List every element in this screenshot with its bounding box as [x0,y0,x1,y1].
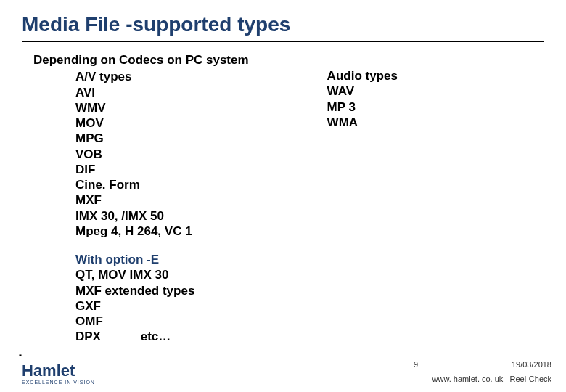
list-item: MPG [75,131,249,146]
list-item: MP 3 [327,99,398,115]
list-item: WMV [75,100,249,115]
footer-site: www. hamlet. co. uk [432,375,504,383]
bullet-mark-icon: - [19,350,22,360]
list-item: Cine. Form [75,177,249,192]
logo-tagline: EXCELLENCE IN VISION [22,380,95,385]
audio-types-heading: Audio types [327,68,398,83]
left-column: Depending on Codecs on PC system A/V typ… [22,52,249,358]
av-types-heading: A/V types [75,69,249,84]
slide-title: Media File -supported types [22,13,544,36]
list-item: QT, MOV IMX 30 [75,267,249,282]
slide-body: Depending on Codecs on PC system A/V typ… [22,52,544,358]
list-item: WAV [327,83,398,99]
footer-divider [327,354,551,354]
list-item: MXF extended types [75,283,249,298]
list-item: MXF [75,192,249,208]
list-item: WMA [327,115,398,130]
etc-label: etc… [141,329,171,344]
list-item: Mpeg 4, H 264, VC 1 [75,224,249,239]
list-item: DIF [75,162,249,177]
option-e-heading: With option -E [75,252,249,267]
av-types-group: A/V types AVI WMV MOV MPG VOB DIF Cine. … [33,69,249,239]
footer-credits: www. hamlet. co. uk Reel-Check [432,375,551,383]
footer-product: Reel-Check [510,375,551,383]
list-item: AVI [75,85,249,100]
slide-number: 9 [327,360,418,369]
list-item-dpx: DPX etc… [75,329,249,344]
list-item: MOV [75,115,249,131]
list-item: VOB [75,147,249,162]
logo-brand: Hamlet [22,364,75,378]
intro-text: Depending on Codecs on PC system [33,52,249,68]
slide: Media File -supported types Depending on… [0,0,566,392]
list-item: OMF [75,314,249,329]
right-column: Audio types WAV MP 3 WMA [249,52,398,358]
footer-divider-wrap [327,354,551,354]
audio-types-group: Audio types WAV MP 3 WMA [327,68,398,130]
list-item: IMX 30, /IMX 50 [75,208,249,224]
option-e-group: With option -E QT, MOV IMX 30 MXF extend… [33,252,249,345]
footer-meta-row: 9 19/03/2018 [327,360,551,369]
hamlet-logo: Hamlet EXCELLENCE IN VISION [22,364,95,385]
dpx-label: DPX [75,329,101,344]
logo-text: Hamlet [22,364,75,378]
title-divider [22,41,544,42]
list-item: GXF [75,298,249,314]
slide-date: 19/03/2018 [512,360,551,369]
